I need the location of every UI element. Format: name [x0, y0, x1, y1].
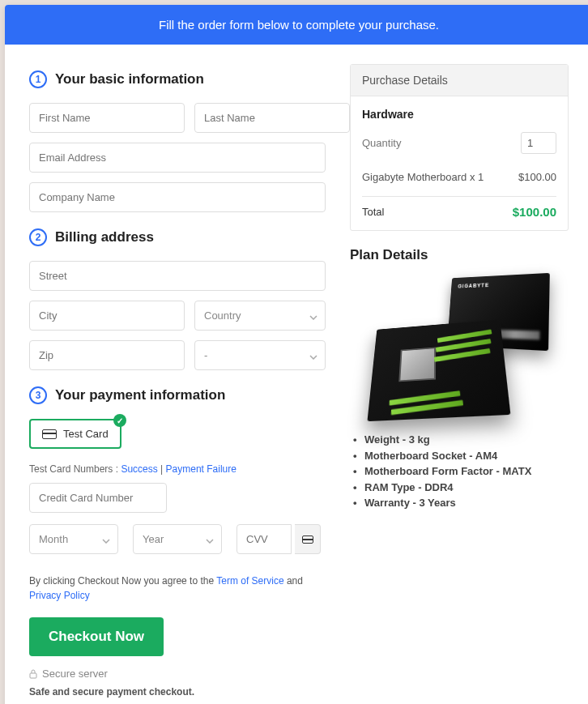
test-failure-link[interactable]: Payment Failure: [166, 463, 236, 475]
credit-card-field[interactable]: [29, 483, 167, 513]
last-name-field[interactable]: [194, 103, 350, 133]
card-option-label: Test Card: [63, 428, 109, 440]
country-select[interactable]: Country: [194, 301, 326, 331]
summary-area: Purchase Details Hardware Quantity Gigab…: [350, 64, 569, 698]
plan-bullets: Weight - 3 kg Motherboard Socket - AM4 M…: [350, 432, 569, 511]
privacy-link[interactable]: Privacy Policy: [29, 590, 90, 601]
cvv-field[interactable]: [236, 524, 292, 554]
card-option[interactable]: Test Card ✓: [29, 419, 121, 449]
secure-server: Secure server: [29, 668, 326, 680]
step-title-3: Your payment information: [55, 387, 225, 403]
purchase-panel: Purchase Details Hardware Quantity Gigab…: [350, 64, 569, 231]
hardware-title: Hardware: [362, 108, 556, 121]
year-select[interactable]: Year: [133, 524, 222, 554]
first-name-field[interactable]: [29, 103, 185, 133]
list-item: RAM Type - DDR4: [364, 480, 569, 496]
state-select[interactable]: -: [194, 340, 326, 370]
total-label: Total: [362, 206, 384, 218]
test-card-help: Test Card Numbers : Success | Payment Fa…: [29, 463, 326, 475]
svg-rect-0: [30, 673, 36, 678]
banner: Fill the order form below to complete yo…: [5, 5, 588, 45]
list-item: Warranty - 3 Years: [364, 495, 569, 511]
step-number-1: 1: [29, 70, 47, 88]
terms-text: By clicking Checkout Now you agree to th…: [29, 574, 326, 603]
street-field[interactable]: [29, 261, 326, 291]
total-value: $100.00: [513, 205, 556, 219]
checkout-button[interactable]: Checkout Now: [29, 617, 164, 656]
line-item-desc: Gigabyte Motherboard x 1: [362, 170, 484, 185]
terms-link[interactable]: Term of Service: [216, 575, 283, 587]
email-field[interactable]: [29, 143, 326, 173]
product-image: [370, 275, 548, 420]
step-number-2: 2: [29, 228, 47, 246]
plan-details-title: Plan Details: [350, 247, 569, 263]
cvv-help-button[interactable]: [295, 524, 321, 554]
list-item: Weight - 3 kg: [364, 432, 569, 448]
zip-field[interactable]: [29, 340, 185, 370]
section-basic-info: 1 Your basic information: [29, 70, 326, 88]
step-title-1: Your basic information: [55, 71, 204, 87]
section-billing: 2 Billing address: [29, 228, 326, 246]
quantity-label: Quantity: [362, 137, 401, 149]
test-success-link[interactable]: Success: [121, 463, 157, 475]
quantity-input[interactable]: [521, 132, 556, 154]
purchase-panel-title: Purchase Details: [351, 65, 568, 96]
section-payment: 3 Your payment information: [29, 386, 326, 404]
list-item: Motherboard Form Factor - MATX: [364, 463, 569, 480]
lock-icon: [29, 669, 37, 679]
credit-card-icon: [42, 429, 57, 439]
month-select[interactable]: Month: [29, 524, 118, 554]
safe-text: Safe and secure payment checkout.: [29, 686, 326, 698]
city-field[interactable]: [29, 301, 185, 331]
company-field[interactable]: [29, 182, 326, 212]
list-item: Motherboard Socket - AM4: [364, 448, 569, 464]
form-area: 1 Your basic information 2 Billing addre…: [29, 64, 326, 698]
card-back-icon: [302, 535, 313, 544]
check-icon: ✓: [113, 414, 126, 427]
step-number-3: 3: [29, 386, 47, 404]
line-item-price: $100.00: [518, 170, 556, 185]
step-title-2: Billing address: [55, 229, 154, 245]
